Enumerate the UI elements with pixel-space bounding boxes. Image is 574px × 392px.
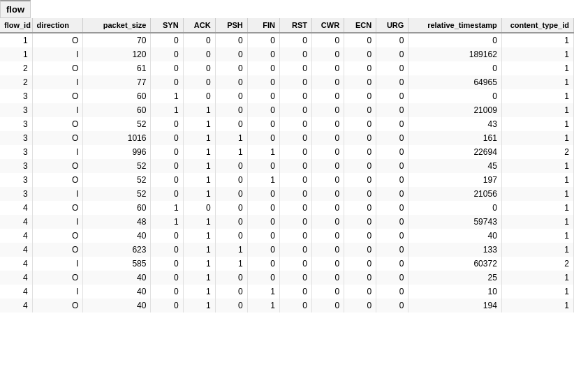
cell-content_type_id: 1: [501, 75, 573, 89]
cell-FIN: 0: [247, 257, 279, 271]
cell-CWR: 0: [312, 33, 344, 47]
cell-ACK: 1: [183, 299, 215, 312]
tab-label: flow: [6, 4, 24, 15]
col-header-FIN[interactable]: FIN: [247, 18, 279, 33]
tab-header[interactable]: flow: [0, 0, 31, 18]
cell-CWR: 0: [312, 229, 344, 243]
cell-RST: 0: [279, 187, 311, 201]
cell-URG: 0: [376, 257, 409, 271]
table-row: 4I4001010000101: [0, 285, 574, 299]
cell-flow_id: 3: [0, 131, 32, 145]
cell-relative_timestamp: 60372: [409, 257, 501, 271]
table-body: 1O7000000000011I1200000000018916212O6100…: [0, 33, 574, 312]
cell-URG: 0: [376, 61, 409, 75]
cell-direction: I: [32, 257, 83, 271]
cell-direction: O: [32, 33, 83, 47]
cell-RST: 0: [279, 215, 311, 229]
cell-relative_timestamp: 21009: [409, 103, 501, 117]
cell-flow_id: 4: [0, 257, 32, 271]
cell-SYN: 0: [151, 271, 183, 285]
cell-CWR: 0: [312, 89, 344, 103]
cell-packet_size: 52: [83, 173, 151, 187]
cell-relative_timestamp: 21056: [409, 187, 501, 201]
cell-flow_id: 3: [0, 89, 32, 103]
cell-ACK: 1: [183, 229, 215, 243]
cell-CWR: 0: [312, 117, 344, 131]
cell-ECN: 0: [344, 89, 376, 103]
cell-CWR: 0: [312, 299, 344, 312]
col-header-content_type_id[interactable]: content_type_id: [501, 18, 573, 33]
cell-FIN: 0: [247, 33, 279, 47]
cell-flow_id: 1: [0, 33, 32, 47]
cell-packet_size: 60: [83, 89, 151, 103]
col-header-PSH[interactable]: PSH: [215, 18, 247, 33]
cell-RST: 0: [279, 257, 311, 271]
cell-content_type_id: 1: [501, 271, 573, 285]
cell-URG: 0: [376, 131, 409, 145]
cell-SYN: 0: [151, 33, 183, 47]
cell-CWR: 0: [312, 257, 344, 271]
cell-PSH: 0: [215, 103, 247, 117]
table-row: 4O4001000000251: [0, 271, 574, 285]
cell-RST: 0: [279, 103, 311, 117]
cell-ACK: 1: [183, 285, 215, 299]
cell-content_type_id: 1: [501, 61, 573, 75]
cell-URG: 0: [376, 215, 409, 229]
cell-flow_id: 4: [0, 215, 32, 229]
cell-FIN: 1: [247, 145, 279, 159]
cell-packet_size: 996: [83, 145, 151, 159]
table-row: 2I7700000000649651: [0, 75, 574, 89]
cell-PSH: 0: [215, 33, 247, 47]
cell-flow_id: 4: [0, 299, 32, 312]
cell-SYN: 0: [151, 299, 183, 312]
cell-ACK: 1: [183, 257, 215, 271]
cell-relative_timestamp: 194: [409, 299, 501, 312]
col-header-URG[interactable]: URG: [376, 18, 409, 33]
cell-flow_id: 2: [0, 75, 32, 89]
cell-RST: 0: [279, 89, 311, 103]
col-header-SYN[interactable]: SYN: [151, 18, 183, 33]
cell-content_type_id: 2: [501, 257, 573, 271]
cell-SYN: 1: [151, 201, 183, 215]
cell-ACK: 0: [183, 61, 215, 75]
cell-ECN: 0: [344, 103, 376, 117]
col-header-CWR[interactable]: CWR: [312, 18, 344, 33]
cell-relative_timestamp: 10: [409, 285, 501, 299]
cell-ECN: 0: [344, 61, 376, 75]
cell-RST: 0: [279, 201, 311, 215]
col-header-direction[interactable]: direction: [32, 18, 83, 33]
col-header-flow_id[interactable]: flow_id: [0, 18, 32, 33]
cell-RST: 0: [279, 285, 311, 299]
cell-URG: 0: [376, 243, 409, 257]
cell-RST: 0: [279, 47, 311, 61]
table-row: 3O5201000000451: [0, 159, 574, 173]
cell-packet_size: 77: [83, 75, 151, 89]
cell-SYN: 0: [151, 75, 183, 89]
table-row: 1I120000000001891621: [0, 47, 574, 61]
cell-RST: 0: [279, 159, 311, 173]
cell-ACK: 1: [183, 215, 215, 229]
cell-PSH: 0: [215, 89, 247, 103]
cell-FIN: 1: [247, 285, 279, 299]
cell-ACK: 1: [183, 103, 215, 117]
cell-ECN: 0: [344, 271, 376, 285]
table-row: 3O601000000001: [0, 89, 574, 103]
cell-CWR: 0: [312, 131, 344, 145]
col-header-RST[interactable]: RST: [279, 18, 311, 33]
col-header-relative_timestamp[interactable]: relative_timestamp: [409, 18, 501, 33]
cell-relative_timestamp: 197: [409, 173, 501, 187]
cell-content_type_id: 1: [501, 103, 573, 117]
table-row: 4I58501100000603722: [0, 257, 574, 271]
col-header-ACK[interactable]: ACK: [183, 18, 215, 33]
cell-content_type_id: 1: [501, 215, 573, 229]
cell-CWR: 0: [312, 201, 344, 215]
col-header-ECN[interactable]: ECN: [344, 18, 376, 33]
cell-SYN: 0: [151, 47, 183, 61]
cell-CWR: 0: [312, 47, 344, 61]
col-header-packet_size[interactable]: packet_size: [83, 18, 151, 33]
cell-SYN: 0: [151, 117, 183, 131]
cell-URG: 0: [376, 201, 409, 215]
cell-direction: O: [32, 89, 83, 103]
cell-FIN: 0: [247, 61, 279, 75]
cell-CWR: 0: [312, 173, 344, 187]
